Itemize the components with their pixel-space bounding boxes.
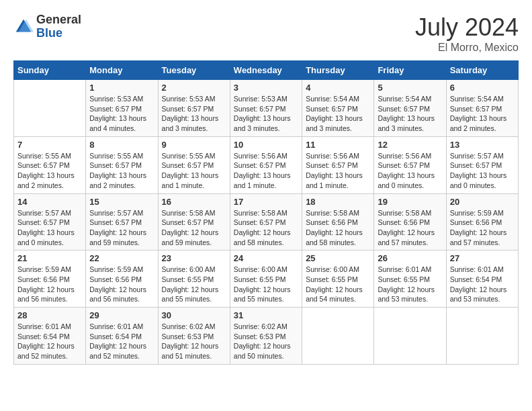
column-header-sunday: Sunday <box>14 61 86 80</box>
day-number: 14 <box>17 197 82 207</box>
day-info: Sunrise: 5:55 AM Sunset: 6:57 PM Dayligh… <box>162 151 226 191</box>
day-cell: 1Sunrise: 5:53 AM Sunset: 6:57 PM Daylig… <box>86 80 158 137</box>
day-info: Sunrise: 5:54 AM Sunset: 6:57 PM Dayligh… <box>306 94 370 134</box>
day-cell: 3Sunrise: 5:53 AM Sunset: 6:57 PM Daylig… <box>230 80 302 137</box>
day-info: Sunrise: 5:59 AM Sunset: 6:56 PM Dayligh… <box>450 208 515 248</box>
day-number: 4 <box>306 83 370 93</box>
day-number: 15 <box>89 197 154 207</box>
day-cell: 22Sunrise: 5:59 AM Sunset: 6:56 PM Dayli… <box>86 250 158 308</box>
day-info: Sunrise: 5:56 AM Sunset: 6:57 PM Dayligh… <box>234 151 298 191</box>
calendar-body: 1Sunrise: 5:53 AM Sunset: 6:57 PM Daylig… <box>14 80 519 365</box>
day-number: 24 <box>234 253 298 263</box>
day-cell: 21Sunrise: 5:59 AM Sunset: 6:56 PM Dayli… <box>14 250 86 308</box>
day-cell: 9Sunrise: 5:55 AM Sunset: 6:57 PM Daylig… <box>158 136 230 193</box>
day-cell: 7Sunrise: 5:55 AM Sunset: 6:57 PM Daylig… <box>14 136 86 193</box>
day-cell: 2Sunrise: 5:53 AM Sunset: 6:57 PM Daylig… <box>158 80 230 137</box>
day-info: Sunrise: 5:56 AM Sunset: 6:57 PM Dayligh… <box>306 151 370 191</box>
column-header-friday: Friday <box>374 61 446 80</box>
day-info: Sunrise: 6:02 AM Sunset: 6:53 PM Dayligh… <box>162 322 226 361</box>
column-header-tuesday: Tuesday <box>158 61 230 80</box>
day-number: 23 <box>162 253 226 263</box>
day-cell: 5Sunrise: 5:54 AM Sunset: 6:57 PM Daylig… <box>374 80 446 137</box>
day-cell: 11Sunrise: 5:56 AM Sunset: 6:57 PM Dayli… <box>302 136 374 193</box>
day-number: 16 <box>162 197 226 207</box>
day-cell: 10Sunrise: 5:56 AM Sunset: 6:57 PM Dayli… <box>230 136 302 193</box>
day-cell: 19Sunrise: 5:58 AM Sunset: 6:56 PM Dayli… <box>374 193 446 250</box>
calendar-title: July 2024 <box>415 13 519 42</box>
day-cell: 29Sunrise: 6:01 AM Sunset: 6:54 PM Dayli… <box>86 308 158 365</box>
day-info: Sunrise: 5:54 AM Sunset: 6:57 PM Dayligh… <box>378 94 442 134</box>
title-block: July 2024 El Morro, Mexico <box>415 13 519 54</box>
day-info: Sunrise: 5:58 AM Sunset: 6:57 PM Dayligh… <box>162 208 226 248</box>
day-number: 27 <box>450 253 515 263</box>
week-row-4: 21Sunrise: 5:59 AM Sunset: 6:56 PM Dayli… <box>14 250 519 308</box>
day-info: Sunrise: 5:55 AM Sunset: 6:57 PM Dayligh… <box>17 151 82 191</box>
week-row-3: 14Sunrise: 5:57 AM Sunset: 6:57 PM Dayli… <box>14 193 519 250</box>
day-cell: 30Sunrise: 6:02 AM Sunset: 6:53 PM Dayli… <box>158 308 230 365</box>
day-info: Sunrise: 6:00 AM Sunset: 6:55 PM Dayligh… <box>306 265 370 304</box>
day-number: 11 <box>306 140 370 150</box>
day-info: Sunrise: 6:01 AM Sunset: 6:54 PM Dayligh… <box>89 322 154 361</box>
column-header-saturday: Saturday <box>446 61 518 80</box>
day-number: 29 <box>89 310 154 320</box>
day-info: Sunrise: 5:57 AM Sunset: 6:57 PM Dayligh… <box>450 151 515 191</box>
day-number: 18 <box>306 197 370 207</box>
day-number: 22 <box>89 253 154 263</box>
day-cell <box>302 308 374 365</box>
calendar-table: SundayMondayTuesdayWednesdayThursdayFrid… <box>13 60 519 365</box>
page-header: General Blue July 2024 El Morro, Mexico <box>13 13 519 54</box>
day-number: 12 <box>378 140 442 150</box>
day-info: Sunrise: 6:01 AM Sunset: 6:54 PM Dayligh… <box>450 265 515 304</box>
day-info: Sunrise: 6:01 AM Sunset: 6:55 PM Dayligh… <box>378 265 442 304</box>
week-row-1: 1Sunrise: 5:53 AM Sunset: 6:57 PM Daylig… <box>14 80 519 137</box>
day-cell: 27Sunrise: 6:01 AM Sunset: 6:54 PM Dayli… <box>446 250 518 308</box>
logo: General Blue <box>13 13 81 40</box>
day-info: Sunrise: 5:53 AM Sunset: 6:57 PM Dayligh… <box>162 94 226 134</box>
day-number: 6 <box>450 83 515 93</box>
day-cell: 8Sunrise: 5:55 AM Sunset: 6:57 PM Daylig… <box>86 136 158 193</box>
day-cell <box>446 308 518 365</box>
column-header-wednesday: Wednesday <box>230 61 302 80</box>
day-info: Sunrise: 5:58 AM Sunset: 6:57 PM Dayligh… <box>234 208 298 248</box>
day-info: Sunrise: 5:55 AM Sunset: 6:57 PM Dayligh… <box>89 151 154 191</box>
day-cell: 18Sunrise: 5:58 AM Sunset: 6:56 PM Dayli… <box>302 193 374 250</box>
column-header-monday: Monday <box>86 61 158 80</box>
day-info: Sunrise: 5:59 AM Sunset: 6:56 PM Dayligh… <box>17 265 82 304</box>
day-number: 10 <box>234 140 298 150</box>
day-number: 20 <box>450 197 515 207</box>
day-cell <box>14 80 86 137</box>
day-info: Sunrise: 5:57 AM Sunset: 6:57 PM Dayligh… <box>17 208 82 248</box>
day-cell: 31Sunrise: 6:02 AM Sunset: 6:53 PM Dayli… <box>230 308 302 365</box>
day-cell: 20Sunrise: 5:59 AM Sunset: 6:56 PM Dayli… <box>446 193 518 250</box>
week-row-2: 7Sunrise: 5:55 AM Sunset: 6:57 PM Daylig… <box>14 136 519 193</box>
logo-text: General Blue <box>36 13 81 40</box>
day-number: 1 <box>89 83 154 93</box>
day-cell: 23Sunrise: 6:00 AM Sunset: 6:55 PM Dayli… <box>158 250 230 308</box>
day-cell: 28Sunrise: 6:01 AM Sunset: 6:54 PM Dayli… <box>14 308 86 365</box>
week-row-5: 28Sunrise: 6:01 AM Sunset: 6:54 PM Dayli… <box>14 308 519 365</box>
logo-icon <box>13 17 34 37</box>
day-number: 21 <box>17 253 82 263</box>
day-cell: 14Sunrise: 5:57 AM Sunset: 6:57 PM Dayli… <box>14 193 86 250</box>
day-number: 13 <box>450 140 515 150</box>
day-number: 8 <box>89 140 154 150</box>
day-cell: 12Sunrise: 5:56 AM Sunset: 6:57 PM Dayli… <box>374 136 446 193</box>
calendar-header: SundayMondayTuesdayWednesdayThursdayFrid… <box>14 61 519 80</box>
logo-blue: Blue <box>36 27 81 40</box>
day-number: 3 <box>234 83 298 93</box>
day-info: Sunrise: 5:59 AM Sunset: 6:56 PM Dayligh… <box>89 265 154 304</box>
day-info: Sunrise: 5:54 AM Sunset: 6:57 PM Dayligh… <box>450 94 515 134</box>
day-cell: 16Sunrise: 5:58 AM Sunset: 6:57 PM Dayli… <box>158 193 230 250</box>
logo-general: General <box>36 13 81 27</box>
day-info: Sunrise: 6:01 AM Sunset: 6:54 PM Dayligh… <box>17 322 82 361</box>
day-number: 9 <box>162 140 226 150</box>
day-cell: 24Sunrise: 6:00 AM Sunset: 6:55 PM Dayli… <box>230 250 302 308</box>
day-number: 31 <box>234 310 298 320</box>
calendar-location: El Morro, Mexico <box>415 42 519 54</box>
day-cell: 15Sunrise: 5:57 AM Sunset: 6:57 PM Dayli… <box>86 193 158 250</box>
day-info: Sunrise: 5:57 AM Sunset: 6:57 PM Dayligh… <box>89 208 154 248</box>
day-number: 17 <box>234 197 298 207</box>
day-info: Sunrise: 5:56 AM Sunset: 6:57 PM Dayligh… <box>378 151 442 191</box>
day-number: 25 <box>306 253 370 263</box>
day-cell: 6Sunrise: 5:54 AM Sunset: 6:57 PM Daylig… <box>446 80 518 137</box>
